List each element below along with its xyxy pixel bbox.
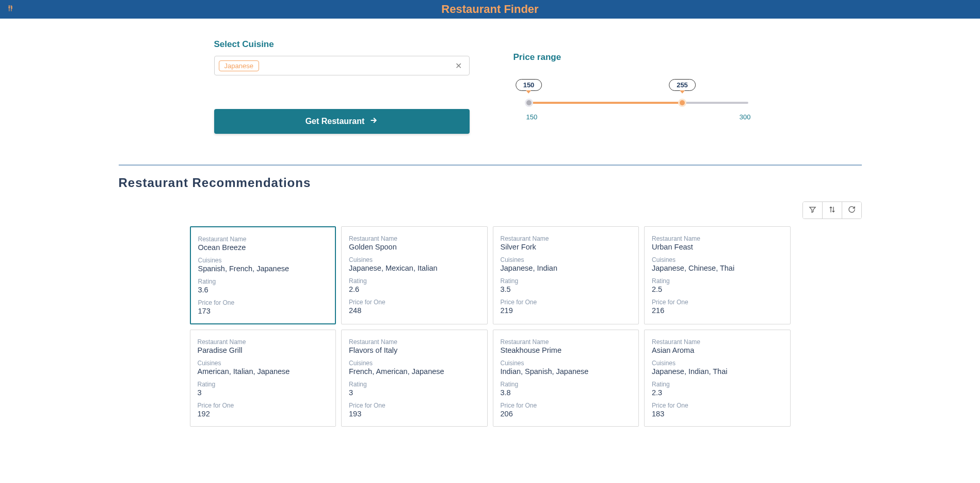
restaurant-card[interactable]: Restaurant NameOcean BreezeCuisinesSpani… — [190, 226, 336, 324]
filters-panel: Select Cuisine Japanese ✕ Get Restaurant… — [119, 39, 862, 134]
field-label-rating: Rating — [501, 277, 632, 285]
arrow-right-icon — [369, 116, 378, 127]
field-label-rating: Rating — [198, 381, 329, 388]
restaurant-name: Flavors of Italy — [349, 346, 480, 354]
cuisine-multiselect[interactable]: Japanese ✕ — [214, 56, 470, 75]
field-label-cuisines: Cuisines — [198, 360, 329, 367]
field-label-name: Restaurant Name — [652, 235, 783, 242]
field-label-cuisines: Cuisines — [501, 256, 632, 263]
field-label-name: Restaurant Name — [349, 235, 480, 242]
field-label-cuisines: Cuisines — [349, 360, 480, 367]
cuisine-label: Select Cuisine — [214, 39, 470, 50]
restaurant-cuisines: Japanese, Indian, Thai — [652, 367, 783, 376]
field-label-name: Restaurant Name — [349, 338, 480, 346]
slider-scale-max: 300 — [740, 113, 751, 121]
field-label-cuisines: Cuisines — [652, 256, 783, 263]
field-label-rating: Rating — [652, 277, 783, 285]
restaurant-name: Steakhouse Prime — [501, 346, 632, 354]
price-range-slider[interactable]: 150 255 — [529, 79, 748, 110]
restaurant-price: 206 — [501, 410, 632, 418]
restaurant-cuisines: French, American, Japanese — [349, 367, 480, 376]
results-toolbar — [119, 201, 862, 219]
restaurant-cuisines: Japanese, Indian — [501, 264, 632, 272]
restaurant-cuisines: Indian, Spanish, Japanese — [501, 367, 632, 376]
clear-selection-icon[interactable]: ✕ — [452, 61, 465, 71]
cuisine-chip[interactable]: Japanese — [219, 60, 259, 71]
restaurant-card[interactable]: Restaurant NameFlavors of ItalyCuisinesF… — [341, 330, 488, 427]
field-label-price: Price for One — [349, 299, 480, 306]
field-label-price: Price for One — [198, 402, 329, 409]
filter-button[interactable] — [803, 202, 823, 219]
filter-icon — [809, 206, 816, 215]
field-label-name: Restaurant Name — [198, 338, 329, 346]
field-label-price: Price for One — [349, 402, 480, 409]
restaurant-price: 192 — [198, 410, 329, 418]
field-label-name: Restaurant Name — [198, 236, 328, 243]
field-label-price: Price for One — [652, 402, 783, 409]
restaurant-price: 216 — [652, 306, 783, 315]
restaurant-name: Silver Fork — [501, 243, 632, 251]
slider-thumb-min[interactable] — [525, 99, 533, 107]
section-divider — [119, 165, 862, 165]
get-restaurant-button[interactable]: Get Restaurant — [214, 109, 470, 134]
field-label-cuisines: Cuisines — [349, 256, 480, 263]
restaurant-price: 173 — [198, 307, 328, 315]
utensils-icon — [6, 5, 13, 14]
restaurant-rating: 3 — [349, 388, 480, 397]
restaurant-name: Ocean Breeze — [198, 243, 328, 252]
field-label-cuisines: Cuisines — [652, 360, 783, 367]
field-label-name: Restaurant Name — [501, 338, 632, 346]
sort-button[interactable] — [823, 202, 842, 219]
restaurant-price: 193 — [349, 410, 480, 418]
slider-scale-min: 150 — [526, 113, 538, 121]
slider-fill — [529, 102, 683, 104]
field-label-rating: Rating — [349, 277, 480, 285]
restaurant-card[interactable]: Restaurant NameParadise GrillCuisinesAme… — [190, 330, 336, 427]
restaurant-price: 219 — [501, 306, 632, 315]
refresh-button[interactable] — [842, 202, 861, 219]
slider-tooltip-min: 150 — [516, 79, 542, 91]
slider-tooltip-max: 255 — [669, 79, 696, 91]
sort-icon — [828, 206, 836, 215]
restaurant-cuisines: Japanese, Chinese, Thai — [652, 264, 783, 272]
restaurant-cuisines: Spanish, French, Japanese — [198, 264, 328, 273]
field-label-name: Restaurant Name — [652, 338, 783, 346]
restaurant-price: 248 — [349, 306, 480, 315]
field-label-cuisines: Cuisines — [501, 360, 632, 367]
field-label-rating: Rating — [198, 278, 328, 285]
restaurant-rating: 3 — [198, 388, 329, 397]
field-label-price: Price for One — [501, 299, 632, 306]
restaurant-name: Urban Feast — [652, 243, 783, 251]
field-label-cuisines: Cuisines — [198, 257, 328, 264]
field-label-rating: Rating — [501, 381, 632, 388]
app-header: Restaurant Finder — [0, 0, 980, 19]
restaurant-card[interactable]: Restaurant NameAsian AromaCuisinesJapane… — [644, 330, 791, 427]
price-range-label: Price range — [513, 52, 766, 63]
restaurant-rating: 3.6 — [198, 286, 328, 294]
restaurant-card[interactable]: Restaurant NameSilver ForkCuisinesJapane… — [493, 226, 639, 324]
restaurant-cuisines: Japanese, Mexican, Italian — [349, 264, 480, 272]
restaurant-name: Golden Spoon — [349, 243, 480, 251]
field-label-rating: Rating — [652, 381, 783, 388]
slider-thumb-max[interactable] — [678, 99, 686, 107]
restaurant-rating: 2.6 — [349, 285, 480, 293]
restaurant-card[interactable]: Restaurant NameSteakhouse PrimeCuisinesI… — [493, 330, 639, 427]
restaurant-card[interactable]: Restaurant NameGolden SpoonCuisinesJapan… — [341, 226, 488, 324]
restaurant-price: 183 — [652, 410, 783, 418]
restaurant-rating: 3.5 — [501, 285, 632, 293]
field-label-price: Price for One — [501, 402, 632, 409]
field-label-price: Price for One — [198, 299, 328, 306]
restaurant-name: Paradise Grill — [198, 346, 329, 354]
recommendations-heading: Restaurant Recommendations — [119, 176, 862, 190]
restaurant-rating: 3.8 — [501, 388, 632, 397]
restaurant-rating: 2.5 — [652, 285, 783, 293]
refresh-icon — [848, 206, 856, 215]
restaurant-cuisines: American, Italian, Japanese — [198, 367, 329, 376]
restaurant-cards-grid: Restaurant NameOcean BreezeCuisinesSpani… — [119, 226, 862, 427]
field-label-rating: Rating — [349, 381, 480, 388]
restaurant-card[interactable]: Restaurant NameUrban FeastCuisinesJapane… — [644, 226, 791, 324]
app-title: Restaurant Finder — [441, 3, 538, 16]
get-restaurant-label: Get Restaurant — [306, 117, 365, 126]
field-label-price: Price for One — [652, 299, 783, 306]
field-label-name: Restaurant Name — [501, 235, 632, 242]
